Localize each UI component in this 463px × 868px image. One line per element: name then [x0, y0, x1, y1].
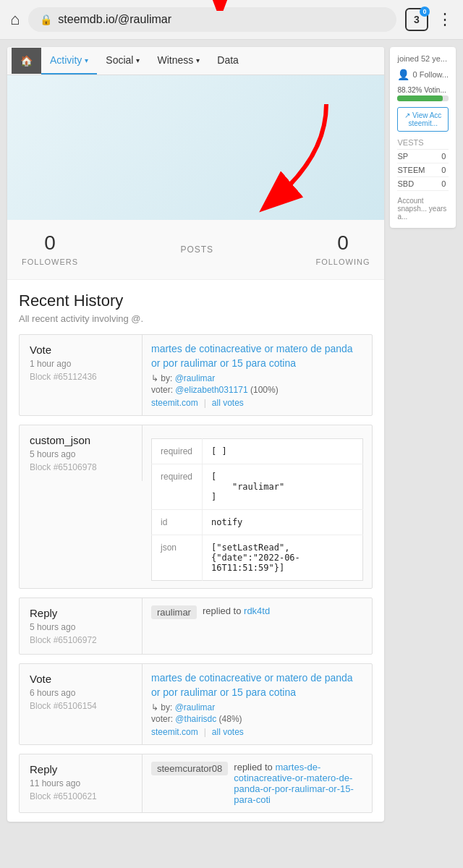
activity-time: 1 hour ago [30, 359, 132, 369]
json-key-json: json [152, 535, 203, 581]
tabs-count[interactable]: 0 3 [405, 8, 428, 31]
steemit-link-1[interactable]: steemit.com [151, 398, 198, 408]
steem-row: STEEM 0 [397, 163, 449, 177]
nav-home-tab[interactable]: 🏠 [12, 48, 41, 74]
voter-link-1[interactable]: @elizabeth031171 [175, 385, 247, 395]
sp-value: 0 [441, 150, 449, 163]
json-row-json: json ["setLastRead",{"date":"2022-06-16T… [152, 535, 363, 581]
json-table: required [ ] required [ "raulimar" ] id … [151, 438, 363, 581]
all-votes-link-2[interactable]: all votes [212, 727, 244, 737]
following-label: FOLLOWING [315, 258, 370, 266]
view-account-button[interactable]: ↗ View Accsteemit... [397, 107, 449, 132]
url-bar[interactable]: 🔒 steemdb.io/@raulimar [28, 7, 396, 32]
history-title: Recent History [19, 292, 373, 310]
post-links-2: steemit.com | all votes [151, 727, 363, 737]
activity-caret-icon: ▾ [85, 56, 88, 64]
steem-label: STEEM [397, 163, 441, 177]
followers-stat: 0 FOLLOWERS [22, 231, 78, 268]
follow-bar: 0 FOLLOWERS POSTS 0 FOLLOWING [7, 220, 384, 280]
reply-to-link-1[interactable]: rdk4td [244, 605, 270, 616]
activity-left-vote-1: Vote 1 hour ago Block #65112436 [20, 335, 143, 415]
post-author-1[interactable]: @raulimar [175, 373, 216, 383]
tab-activity-label: Activity [50, 54, 82, 66]
json-val-2: [ "raulimar" ] [203, 464, 363, 510]
progress-bar-wrapper: 88.32% Votin... [397, 86, 449, 101]
tab-activity[interactable]: Activity ▾ [41, 47, 97, 75]
activity-right-reply-2: steemcurator08 replied to martes-de-coti… [143, 754, 372, 812]
activity-time-vote-2: 6 hours ago [30, 688, 132, 698]
sp-label: SP [397, 150, 441, 163]
json-val-json: ["setLastRead",{"date":"2022-06-16T11:51… [203, 535, 363, 581]
activity-right-vote-1: martes de cotinacreative or matero de pa… [143, 335, 372, 415]
tab-witness[interactable]: Witness ▾ [148, 47, 208, 75]
post-title-link-2[interactable]: martes de cotinacreative or matero de pa… [151, 671, 363, 699]
activity-left-reply-2: Reply 11 hours ago Block #65100621 [20, 754, 143, 812]
json-row-required-2: required [ "raulimar" ] [152, 464, 363, 510]
reply-user-tag-2: steemcurator08 [151, 762, 228, 775]
activity-time-reply-1: 5 hours ago [30, 622, 132, 632]
reply-user-tag-1: raulimar [151, 605, 197, 619]
post-links-1: steemit.com | all votes [151, 398, 363, 408]
activity-right-vote-2: martes de cotinacreative or matero de pa… [143, 664, 372, 744]
sp-row: SP 0 [397, 150, 449, 163]
view-account-label: ↗ View Accsteemit... [404, 111, 441, 127]
activity-item-vote-2: Vote 6 hours ago Block #65106154 martes … [19, 663, 373, 745]
activity-time-reply-2: 11 hours ago [30, 778, 132, 788]
activity-block-reply-1: Block #65106972 [30, 635, 132, 645]
progress-bar-fill [397, 95, 442, 101]
json-val-id: notify [203, 510, 363, 535]
voting-power-label: 88.32% Votin... [397, 86, 449, 94]
post-meta-1: ↳ by: @raulimar [151, 373, 363, 383]
activity-block-vote-2: Block #65106154 [30, 701, 132, 711]
activity-left-vote-2: Vote 6 hours ago Block #65106154 [20, 664, 143, 744]
reply-content-1: raulimar replied to rdk4td [151, 605, 363, 619]
profile-arrow [247, 97, 341, 213]
history-subtitle: All recent activity involving @. [19, 313, 373, 324]
activity-time-json: 5 hours ago [30, 449, 132, 459]
voter-link-2[interactable]: @thairisdc [175, 714, 216, 724]
sbd-label: SBD [397, 177, 441, 191]
activity-left-json: custom_json 5 hours ago Block #65106978 [20, 425, 143, 481]
post-meta-2: ↳ by: @raulimar [151, 702, 363, 712]
json-key-id: id [152, 510, 203, 535]
url-arrow [198, 0, 242, 11]
activity-block: Block #65112436 [30, 372, 132, 382]
sidebar-follow-text: 0 Follow... [412, 70, 449, 79]
activity-block-reply-2: Block #65100621 [30, 791, 132, 801]
tab-witness-label: Witness [157, 54, 193, 66]
divider-2: | [204, 727, 206, 737]
activity-type-reply-2: Reply [30, 763, 132, 775]
activity-block-json: Block #65106978 [30, 462, 132, 472]
post-title-link-1[interactable]: martes de cotinacreative or matero de pa… [151, 342, 363, 370]
social-caret-icon: ▾ [136, 56, 140, 64]
voter-meta-1: voter: @elizabeth031171 (100%) [151, 385, 363, 395]
json-key-2: required [152, 464, 203, 510]
tab-data[interactable]: Data [208, 47, 247, 75]
activity-item-reply-1: Reply 5 hours ago Block #65106972 raulim… [19, 597, 373, 655]
tab-social[interactable]: Social ▾ [97, 47, 148, 75]
reply-to-link-2[interactable]: martes-de-cotinacreative-or-matero-de-pa… [234, 762, 353, 805]
post-author-2[interactable]: @raulimar [175, 702, 216, 712]
history-section: Recent History All recent activity invol… [7, 280, 384, 813]
json-val-1: [ ] [203, 439, 363, 464]
notif-dot: 0 [420, 7, 430, 17]
content-area: 🏠 Activity ▾ Social ▾ Witness ▾ Data [0, 40, 463, 829]
sidebar-joined: joined 52 ye... [397, 54, 449, 63]
activity-type-reply-1: Reply [30, 607, 132, 619]
tab-data-label: Data [217, 54, 239, 66]
main-panel: 🏠 Activity ▾ Social ▾ Witness ▾ Data [7, 47, 384, 822]
sidebar-follow: 👤 0 Follow... [397, 69, 449, 80]
home-icon[interactable]: ⌂ [10, 10, 20, 29]
nav-tabs: 🏠 Activity ▾ Social ▾ Witness ▾ Data [7, 47, 384, 75]
lock-icon: 🔒 [40, 14, 52, 25]
activity-right-reply-1: raulimar replied to rdk4td [143, 598, 372, 654]
steem-value: 0 [441, 163, 449, 177]
sbd-row: SBD 0 [397, 177, 449, 191]
voter-meta-2: voter: @thairisdc (48%) [151, 714, 363, 724]
all-votes-link-1[interactable]: all votes [212, 398, 244, 408]
steemit-link-2[interactable]: steemit.com [151, 727, 198, 737]
browser-menu-icon[interactable]: ⋮ [437, 10, 453, 29]
url-text: steemdb.io/@raulimar [58, 13, 171, 26]
activity-item-vote-1: Vote 1 hour ago Block #65112436 martes d… [19, 334, 373, 416]
followers-count: 0 [22, 231, 78, 255]
